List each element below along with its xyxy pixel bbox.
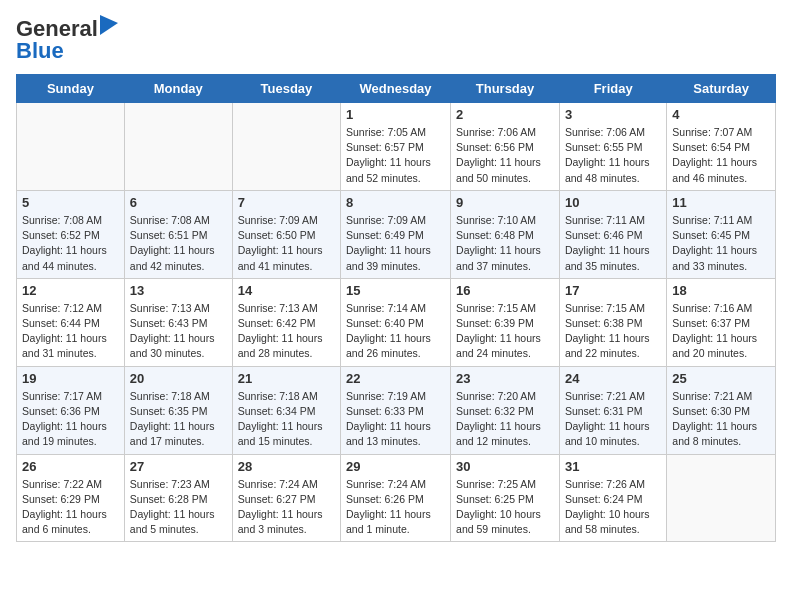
day-number: 18 <box>672 283 770 298</box>
calendar-cell: 1Sunrise: 7:05 AMSunset: 6:57 PMDaylight… <box>341 103 451 191</box>
day-info: Sunrise: 7:18 AMSunset: 6:34 PMDaylight:… <box>238 389 335 450</box>
day-info: Sunrise: 7:13 AMSunset: 6:42 PMDaylight:… <box>238 301 335 362</box>
day-number: 15 <box>346 283 445 298</box>
svg-marker-0 <box>100 15 118 35</box>
week-row-5: 26Sunrise: 7:22 AMSunset: 6:29 PMDayligh… <box>17 454 776 542</box>
days-header-row: SundayMondayTuesdayWednesdayThursdayFrid… <box>17 75 776 103</box>
day-info: Sunrise: 7:08 AMSunset: 6:51 PMDaylight:… <box>130 213 227 274</box>
day-info: Sunrise: 7:10 AMSunset: 6:48 PMDaylight:… <box>456 213 554 274</box>
day-number: 31 <box>565 459 661 474</box>
day-info: Sunrise: 7:15 AMSunset: 6:38 PMDaylight:… <box>565 301 661 362</box>
day-number: 27 <box>130 459 227 474</box>
day-number: 7 <box>238 195 335 210</box>
day-number: 3 <box>565 107 661 122</box>
day-info: Sunrise: 7:14 AMSunset: 6:40 PMDaylight:… <box>346 301 445 362</box>
day-info: Sunrise: 7:09 AMSunset: 6:49 PMDaylight:… <box>346 213 445 274</box>
calendar-cell: 25Sunrise: 7:21 AMSunset: 6:30 PMDayligh… <box>667 366 776 454</box>
calendar-cell: 20Sunrise: 7:18 AMSunset: 6:35 PMDayligh… <box>124 366 232 454</box>
day-info: Sunrise: 7:26 AMSunset: 6:24 PMDaylight:… <box>565 477 661 538</box>
day-info: Sunrise: 7:24 AMSunset: 6:27 PMDaylight:… <box>238 477 335 538</box>
day-number: 12 <box>22 283 119 298</box>
calendar-cell: 13Sunrise: 7:13 AMSunset: 6:43 PMDayligh… <box>124 278 232 366</box>
day-number: 11 <box>672 195 770 210</box>
logo: General Blue <box>16 16 118 64</box>
day-info: Sunrise: 7:25 AMSunset: 6:25 PMDaylight:… <box>456 477 554 538</box>
day-info: Sunrise: 7:05 AMSunset: 6:57 PMDaylight:… <box>346 125 445 186</box>
day-number: 24 <box>565 371 661 386</box>
day-info: Sunrise: 7:12 AMSunset: 6:44 PMDaylight:… <box>22 301 119 362</box>
day-number: 25 <box>672 371 770 386</box>
calendar-cell: 24Sunrise: 7:21 AMSunset: 6:31 PMDayligh… <box>559 366 666 454</box>
day-info: Sunrise: 7:15 AMSunset: 6:39 PMDaylight:… <box>456 301 554 362</box>
calendar-cell: 26Sunrise: 7:22 AMSunset: 6:29 PMDayligh… <box>17 454 125 542</box>
day-number: 20 <box>130 371 227 386</box>
day-info: Sunrise: 7:20 AMSunset: 6:32 PMDaylight:… <box>456 389 554 450</box>
day-number: 10 <box>565 195 661 210</box>
day-info: Sunrise: 7:17 AMSunset: 6:36 PMDaylight:… <box>22 389 119 450</box>
calendar-cell: 7Sunrise: 7:09 AMSunset: 6:50 PMDaylight… <box>232 190 340 278</box>
calendar-cell: 30Sunrise: 7:25 AMSunset: 6:25 PMDayligh… <box>451 454 560 542</box>
calendar-cell: 16Sunrise: 7:15 AMSunset: 6:39 PMDayligh… <box>451 278 560 366</box>
calendar-cell: 5Sunrise: 7:08 AMSunset: 6:52 PMDaylight… <box>17 190 125 278</box>
day-header-saturday: Saturday <box>667 75 776 103</box>
calendar-cell: 2Sunrise: 7:06 AMSunset: 6:56 PMDaylight… <box>451 103 560 191</box>
day-info: Sunrise: 7:19 AMSunset: 6:33 PMDaylight:… <box>346 389 445 450</box>
day-number: 19 <box>22 371 119 386</box>
calendar-cell: 15Sunrise: 7:14 AMSunset: 6:40 PMDayligh… <box>341 278 451 366</box>
day-info: Sunrise: 7:09 AMSunset: 6:50 PMDaylight:… <box>238 213 335 274</box>
week-row-1: 1Sunrise: 7:05 AMSunset: 6:57 PMDaylight… <box>17 103 776 191</box>
day-number: 9 <box>456 195 554 210</box>
calendar-cell: 18Sunrise: 7:16 AMSunset: 6:37 PMDayligh… <box>667 278 776 366</box>
day-info: Sunrise: 7:11 AMSunset: 6:46 PMDaylight:… <box>565 213 661 274</box>
week-row-4: 19Sunrise: 7:17 AMSunset: 6:36 PMDayligh… <box>17 366 776 454</box>
day-number: 14 <box>238 283 335 298</box>
calendar-cell <box>232 103 340 191</box>
day-info: Sunrise: 7:21 AMSunset: 6:31 PMDaylight:… <box>565 389 661 450</box>
day-number: 17 <box>565 283 661 298</box>
day-info: Sunrise: 7:13 AMSunset: 6:43 PMDaylight:… <box>130 301 227 362</box>
day-number: 30 <box>456 459 554 474</box>
calendar-cell <box>667 454 776 542</box>
calendar-cell: 22Sunrise: 7:19 AMSunset: 6:33 PMDayligh… <box>341 366 451 454</box>
calendar-cell <box>124 103 232 191</box>
day-number: 6 <box>130 195 227 210</box>
day-number: 22 <box>346 371 445 386</box>
day-number: 5 <box>22 195 119 210</box>
day-number: 21 <box>238 371 335 386</box>
day-header-tuesday: Tuesday <box>232 75 340 103</box>
calendar-cell: 8Sunrise: 7:09 AMSunset: 6:49 PMDaylight… <box>341 190 451 278</box>
calendar-cell: 6Sunrise: 7:08 AMSunset: 6:51 PMDaylight… <box>124 190 232 278</box>
calendar-cell <box>17 103 125 191</box>
day-number: 13 <box>130 283 227 298</box>
day-header-thursday: Thursday <box>451 75 560 103</box>
calendar-cell: 28Sunrise: 7:24 AMSunset: 6:27 PMDayligh… <box>232 454 340 542</box>
calendar-cell: 29Sunrise: 7:24 AMSunset: 6:26 PMDayligh… <box>341 454 451 542</box>
day-header-friday: Friday <box>559 75 666 103</box>
day-number: 28 <box>238 459 335 474</box>
day-info: Sunrise: 7:16 AMSunset: 6:37 PMDaylight:… <box>672 301 770 362</box>
week-row-2: 5Sunrise: 7:08 AMSunset: 6:52 PMDaylight… <box>17 190 776 278</box>
calendar-cell: 31Sunrise: 7:26 AMSunset: 6:24 PMDayligh… <box>559 454 666 542</box>
calendar-cell: 11Sunrise: 7:11 AMSunset: 6:45 PMDayligh… <box>667 190 776 278</box>
day-number: 2 <box>456 107 554 122</box>
day-number: 29 <box>346 459 445 474</box>
day-info: Sunrise: 7:21 AMSunset: 6:30 PMDaylight:… <box>672 389 770 450</box>
day-info: Sunrise: 7:18 AMSunset: 6:35 PMDaylight:… <box>130 389 227 450</box>
logo-arrow-icon <box>100 15 118 35</box>
day-info: Sunrise: 7:22 AMSunset: 6:29 PMDaylight:… <box>22 477 119 538</box>
calendar-table: SundayMondayTuesdayWednesdayThursdayFrid… <box>16 74 776 542</box>
calendar-cell: 23Sunrise: 7:20 AMSunset: 6:32 PMDayligh… <box>451 366 560 454</box>
day-info: Sunrise: 7:23 AMSunset: 6:28 PMDaylight:… <box>130 477 227 538</box>
calendar-cell: 19Sunrise: 7:17 AMSunset: 6:36 PMDayligh… <box>17 366 125 454</box>
day-number: 16 <box>456 283 554 298</box>
day-number: 26 <box>22 459 119 474</box>
day-info: Sunrise: 7:24 AMSunset: 6:26 PMDaylight:… <box>346 477 445 538</box>
day-header-monday: Monday <box>124 75 232 103</box>
calendar-cell: 21Sunrise: 7:18 AMSunset: 6:34 PMDayligh… <box>232 366 340 454</box>
day-number: 23 <box>456 371 554 386</box>
calendar-cell: 10Sunrise: 7:11 AMSunset: 6:46 PMDayligh… <box>559 190 666 278</box>
calendar-cell: 17Sunrise: 7:15 AMSunset: 6:38 PMDayligh… <box>559 278 666 366</box>
calendar-cell: 27Sunrise: 7:23 AMSunset: 6:28 PMDayligh… <box>124 454 232 542</box>
day-info: Sunrise: 7:06 AMSunset: 6:56 PMDaylight:… <box>456 125 554 186</box>
day-header-wednesday: Wednesday <box>341 75 451 103</box>
